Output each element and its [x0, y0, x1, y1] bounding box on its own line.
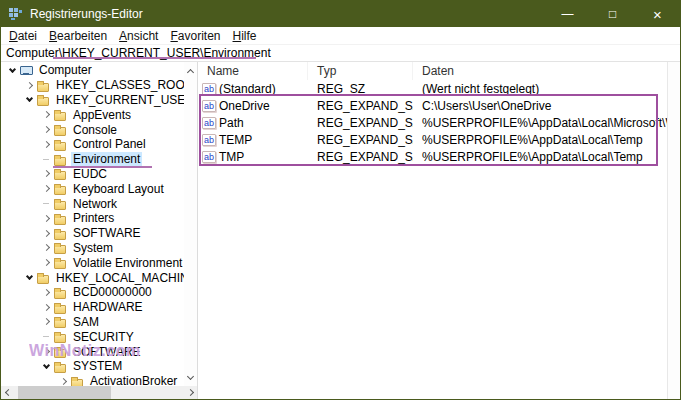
registry-value-row[interactable]: ab TMP REG_EXPAND_SZ %USERPROFILE%\AppDa… — [198, 148, 667, 165]
chevron-icon[interactable] — [39, 137, 53, 151]
chevron-icon[interactable] — [39, 152, 53, 166]
chevron-icon[interactable] — [39, 256, 53, 270]
chevron-icon[interactable] — [22, 271, 36, 285]
scroll-up-icon[interactable] — [184, 64, 197, 77]
chevron-icon[interactable] — [39, 211, 53, 225]
tree-item-keyboard-layout[interactable]: Keyboard Layout — [1, 181, 184, 196]
tree-item-label: HKEY_CURRENT_USER — [54, 93, 196, 107]
tree-item-label: BCD00000000 — [71, 285, 154, 299]
tree-item-label: Network — [71, 197, 119, 211]
value-type: REG_SZ — [308, 82, 413, 96]
chevron-icon[interactable] — [22, 93, 36, 107]
menu-ansicht[interactable]: Ansicht — [113, 29, 164, 43]
tree-item-software[interactable]: SOFTWARE — [1, 226, 184, 241]
chevron-icon[interactable] — [39, 108, 53, 122]
registry-value-row[interactable]: ab (Standard) REG_SZ (Wert nicht festgel… — [198, 80, 667, 97]
tree-item-label: HKEY_CLASSES_ROOT — [54, 78, 194, 92]
column-header-daten[interactable]: Daten — [413, 62, 680, 80]
chevron-icon[interactable] — [5, 63, 19, 77]
chevron-icon[interactable] — [39, 285, 53, 299]
chevron-icon[interactable] — [22, 78, 36, 92]
folder-icon — [36, 79, 50, 92]
chevron-icon[interactable] — [39, 182, 53, 196]
folder-icon — [53, 153, 67, 166]
scrollbar-thumb[interactable] — [18, 386, 111, 399]
tree-item-hkey-current-user[interactable]: HKEY_CURRENT_USER — [1, 93, 184, 108]
value-type: REG_EXPAND_SZ — [308, 99, 413, 113]
menu-hilfe[interactable]: Hilfe — [227, 29, 263, 43]
chevron-icon[interactable] — [39, 226, 53, 240]
title-bar: Registrierungs-Editor — □ × — [1, 1, 680, 27]
menu-bearbeiten[interactable]: Bearbeiten — [43, 29, 113, 43]
menu-datei[interactable]: Datei — [3, 29, 43, 43]
value-type: REG_EXPAND_SZ — [308, 133, 413, 147]
scrollbar-track[interactable] — [14, 386, 185, 399]
folder-icon — [53, 197, 67, 210]
scroll-down-icon[interactable] — [184, 371, 197, 384]
close-button[interactable]: × — [635, 1, 680, 27]
tree-item-label: Environment — [71, 152, 142, 166]
folder-icon — [53, 182, 67, 195]
tree-item-label: System — [71, 241, 115, 255]
tree-item-console[interactable]: Console — [1, 122, 184, 137]
chevron-icon[interactable] — [39, 345, 53, 359]
registry-value-row[interactable]: ab TEMP REG_EXPAND_SZ %USERPROFILE%\AppD… — [198, 131, 667, 148]
tree-item-control-panel[interactable]: Control Panel — [1, 137, 184, 152]
column-header-name[interactable]: Name — [198, 62, 308, 80]
tree-item-printers[interactable]: Printers — [1, 211, 184, 226]
value-name: TMP — [219, 150, 244, 164]
value-data: %USERPROFILE%\AppData\Local\Temp — [413, 150, 667, 164]
tree-list: Computer HKEY_CLASSES_ROOT HKEY_CURRENT_… — [1, 63, 184, 389]
tree-item-software[interactable]: SOFTWARE — [1, 344, 184, 359]
tree-item-label: Keyboard Layout — [71, 182, 166, 196]
tree-vertical-scrollbar[interactable] — [184, 62, 197, 386]
scroll-left-icon[interactable] — [1, 386, 14, 399]
folder-icon — [53, 330, 67, 343]
tree-item-sam[interactable]: SAM — [1, 315, 184, 330]
tree-item-system[interactable]: System — [1, 241, 184, 256]
value-name: Path — [219, 116, 244, 130]
folder-icon — [53, 138, 67, 151]
registry-value-row[interactable]: ab Path REG_EXPAND_SZ %USERPROFILE%\AppD… — [198, 114, 667, 131]
tree-item-system[interactable]: SYSTEM — [1, 359, 184, 374]
column-header-typ[interactable]: Typ — [308, 62, 413, 80]
list-header: Name Typ Daten — [198, 62, 680, 80]
maximize-button[interactable]: □ — [590, 1, 635, 27]
address-bar[interactable]: Computer\HKEY_CURRENT_USER\Environment — [1, 44, 680, 62]
tree-item-hkey-local-machine[interactable]: HKEY_LOCAL_MACHINE — [1, 270, 184, 285]
chevron-icon[interactable] — [39, 315, 53, 329]
address-path[interactable]: Computer\HKEY_CURRENT_USER\Environment — [6, 46, 271, 60]
chevron-icon[interactable] — [39, 197, 53, 211]
scroll-right-icon[interactable] — [185, 386, 198, 399]
tree-item-eudc[interactable]: EUDC — [1, 167, 184, 182]
tree-item-label: SOFTWARE — [71, 226, 143, 240]
tree-item-hardware[interactable]: HARDWARE — [1, 300, 184, 315]
value-type: REG_EXPAND_SZ — [308, 116, 413, 130]
menu-favoriten[interactable]: Favoriten — [164, 29, 226, 43]
chevron-icon[interactable] — [39, 167, 53, 181]
registry-value-row[interactable]: ab OneDrive REG_EXPAND_SZ C:\Users\User\… — [198, 97, 667, 114]
tree-item-label: HARDWARE — [71, 300, 145, 314]
tree-item-bcd00000000[interactable]: BCD00000000 — [1, 285, 184, 300]
list-vertical-scrollbar[interactable] — [667, 62, 680, 399]
tree-item-environment[interactable]: Environment — [1, 152, 184, 167]
chevron-icon[interactable] — [39, 123, 53, 137]
tree-item-appevents[interactable]: AppEvents — [1, 107, 184, 122]
value-type: REG_EXPAND_SZ — [308, 150, 413, 164]
chevron-icon[interactable] — [39, 300, 53, 314]
tree-item-network[interactable]: Network — [1, 196, 184, 211]
minimize-button[interactable]: — — [545, 1, 590, 27]
value-name: TEMP — [219, 133, 252, 147]
tree-item-volatile-environment[interactable]: Volatile Environment — [1, 255, 184, 270]
tree-item-label: Control Panel — [71, 137, 148, 151]
value-data: (Wert nicht festgelegt) — [413, 82, 667, 96]
tree-item-hkey-classes-root[interactable]: HKEY_CLASSES_ROOT — [1, 78, 184, 93]
tree-horizontal-scrollbar[interactable] — [1, 386, 198, 399]
tree-item-computer[interactable]: Computer — [1, 63, 184, 78]
tree-item-security[interactable]: SECURITY — [1, 329, 184, 344]
chevron-icon[interactable] — [39, 330, 53, 344]
chevron-icon[interactable] — [39, 241, 53, 255]
chevron-icon[interactable] — [39, 359, 53, 373]
tree-item-label: Console — [71, 123, 119, 137]
folder-icon — [53, 256, 67, 269]
